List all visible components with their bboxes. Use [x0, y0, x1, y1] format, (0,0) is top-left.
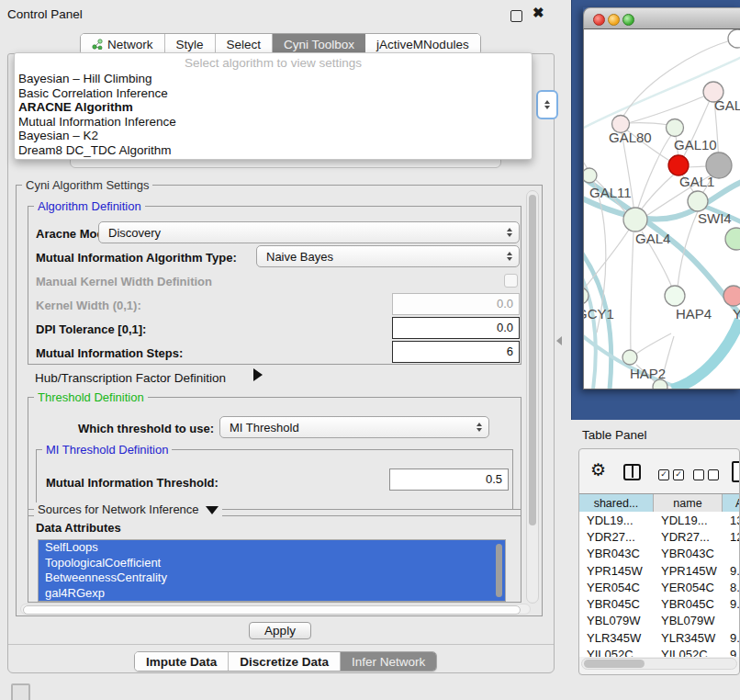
column-header-partial[interactable]: A	[723, 494, 740, 513]
table-row[interactable]: YDR27... YDR27... 12	[579, 528, 740, 545]
tab-discretize-data[interactable]: Discretize Data	[229, 652, 341, 671]
node-label: GAL10	[674, 137, 717, 152]
manual-kernel-label: Manual Kernel Width Definition	[36, 275, 212, 288]
tab-style[interactable]: Style	[165, 34, 216, 54]
close-traffic-light[interactable]	[593, 14, 605, 26]
zoom-traffic-light[interactable]	[622, 14, 634, 26]
node-label: GAL4	[635, 231, 670, 246]
focused-combo-end[interactable]	[536, 90, 558, 119]
list-item[interactable]: SelfLoops	[39, 540, 505, 556]
settings-hscroll-thumb[interactable]	[23, 605, 521, 615]
dropdown-item[interactable]: Bayesian – K2	[15, 129, 532, 143]
kernel-width-label: Kernel Width (0,1):	[36, 299, 141, 312]
list-vscroll-thumb[interactable]	[496, 544, 502, 597]
node-label: GCY1	[583, 306, 614, 322]
deselect-all-icon[interactable]	[693, 469, 719, 480]
settings-vscroll-thumb[interactable]	[529, 195, 536, 525]
mi-type-label: Mutual Information Algorithm Type:	[36, 251, 237, 265]
threshold-definition-group: Threshold Definition Which threshold to …	[28, 397, 521, 516]
new-table-icon[interactable]	[732, 461, 740, 482]
table-panel: Table Panel ⚙ ✓✓ shared... name A YDL19.…	[571, 420, 740, 700]
sources-title[interactable]: Sources for Network Inference	[34, 502, 222, 516]
table-hscrollbar[interactable]	[581, 658, 737, 670]
list-item[interactable]: TopologicalCoefficient	[39, 556, 505, 571]
table-subpanel: ⚙ ✓✓ shared... name A YDL19... YDL19... …	[578, 448, 740, 675]
mi-threshold-definition-group: MI Threshold Definition Mutual Informati…	[36, 449, 513, 510]
panel-title: Control Panel	[7, 7, 83, 21]
select-all-icon[interactable]: ✓✓	[658, 469, 684, 480]
panel-collapse-icon[interactable]	[556, 336, 562, 345]
hub-section-label[interactable]: Hub/Transcription Factor Definition	[35, 371, 226, 385]
dropdown-item[interactable]: Bayesian – Hill Climbing	[15, 72, 532, 86]
which-threshold-combo[interactable]: MI Threshold	[219, 416, 489, 438]
dropdown-item[interactable]: Dream8 DC_TDC Algorithm	[15, 143, 532, 158]
stepper-icon	[477, 423, 482, 432]
minimize-traffic-light[interactable]	[608, 14, 620, 26]
algorithm-definition-group: Algorithm Definition Aracne Mode: Discov…	[28, 206, 521, 365]
mi-steps-label: Mutual Information Steps:	[36, 346, 183, 360]
network-desktop: GAL GAL80 GAL10 GAL11 GAL1 SWI4 GAL4 GCY…	[571, 0, 740, 420]
tab-impute-data[interactable]: Impute Data	[135, 652, 229, 671]
aracne-mode-combo[interactable]: Discovery	[98, 221, 520, 243]
which-threshold-label: Which threshold to use:	[78, 422, 214, 435]
tab-cyni-toolbox[interactable]: Cyni Toolbox	[273, 34, 365, 54]
sources-group: Sources for Network Inference Data Attri…	[28, 509, 521, 603]
network-window[interactable]: GAL GAL80 GAL10 GAL11 GAL1 SWI4 GAL4 GCY…	[583, 7, 740, 390]
table-row[interactable]: YPR145W YPR145W 9.	[579, 562, 740, 579]
table-header-row: shared... name A	[579, 493, 740, 512]
dpi-tolerance-field[interactable]: 0.0	[392, 317, 520, 339]
table-row[interactable]: YER054C YER054C 8.	[579, 579, 740, 595]
collapse-down-icon[interactable]	[206, 506, 219, 514]
table-row[interactable]: YBR043C YBR043C	[579, 546, 740, 562]
mi-threshold-label: Mutual Information Threshold:	[46, 476, 219, 490]
minimized-panel-icon[interactable]	[11, 683, 30, 700]
tab-jactivemnodules[interactable]: jActiveMNodules	[365, 34, 480, 54]
float-icon[interactable]	[510, 10, 522, 22]
manual-kernel-checkbox[interactable]	[504, 274, 518, 288]
table-row[interactable]: YIL052C YIL052C 9	[579, 646, 740, 657]
column-header-shared-name[interactable]: shared...	[579, 494, 654, 513]
threshold-definition-title: Threshold Definition	[34, 390, 148, 404]
list-item[interactable]: BetweennessCentrality	[39, 570, 505, 586]
tab-select[interactable]: Select	[216, 34, 274, 54]
control-panel: Control Panel ✖ Network Style Select Cyn…	[0, 0, 571, 700]
node-label: GAL1	[679, 174, 714, 189]
table-row[interactable]: YBL079W YBL079W	[579, 613, 740, 629]
table-rows: YDL19... YDL19... 13 YDR27... YDR27... 1…	[579, 512, 740, 657]
close-icon[interactable]: ✖	[533, 5, 544, 21]
expand-right-icon[interactable]	[253, 368, 263, 381]
node-label: GAL80	[609, 130, 652, 145]
table-row[interactable]: YDL19... YDL19... 13	[579, 512, 740, 528]
list-item[interactable]: gal4RGexp	[39, 586, 505, 602]
table-hscroll-thumb[interactable]	[584, 660, 645, 668]
algorithm-definition-title: Algorithm Definition	[34, 199, 145, 213]
node-right-pink	[723, 286, 740, 306]
node-label: Y	[733, 306, 740, 322]
settings-vscrollbar[interactable]	[526, 190, 539, 604]
stepper-icon	[507, 252, 512, 261]
columns-icon[interactable]	[623, 464, 641, 480]
data-attributes-list[interactable]: SelfLoops TopologicalCoefficient Between…	[38, 539, 506, 602]
node-label: HAP2	[630, 366, 666, 381]
settings-hscrollbar[interactable]	[20, 604, 531, 615]
mi-type-combo[interactable]: Naive Bayes	[256, 245, 520, 267]
mi-steps-field[interactable]: 6	[392, 341, 520, 363]
gear-icon[interactable]: ⚙	[590, 459, 606, 480]
mi-threshold-field[interactable]: 0.5	[389, 469, 509, 491]
node-right-green	[725, 228, 740, 250]
table-row[interactable]: YLR345W YLR345W 9.	[579, 629, 740, 646]
dropdown-item-selected[interactable]: ARACNE Algorithm	[15, 100, 532, 115]
table-row[interactable]: YBR045C YBR045C 9.	[579, 595, 740, 612]
tab-infer-network[interactable]: Infer Network	[341, 652, 436, 671]
apply-button[interactable]: Apply	[249, 622, 311, 639]
network-canvas[interactable]: GAL GAL80 GAL10 GAL11 GAL1 SWI4 GAL4 GCY…	[583, 29, 740, 390]
network-window-titlebar[interactable]	[583, 7, 740, 29]
column-header-name[interactable]: name	[654, 494, 723, 513]
kernel-width-field[interactable]: 0.0	[392, 293, 520, 315]
dropdown-item[interactable]: Mutual Information Inference	[15, 115, 532, 130]
node-hap4	[665, 286, 685, 306]
cyni-algorithm-settings-group: Cyni Algorithm Settings Algorithm Defini…	[16, 185, 543, 616]
dropdown-item[interactable]: Basic Correlation Inference	[15, 86, 532, 101]
data-attributes-label: Data Attributes	[36, 521, 121, 535]
tab-network[interactable]: Network	[81, 34, 165, 54]
